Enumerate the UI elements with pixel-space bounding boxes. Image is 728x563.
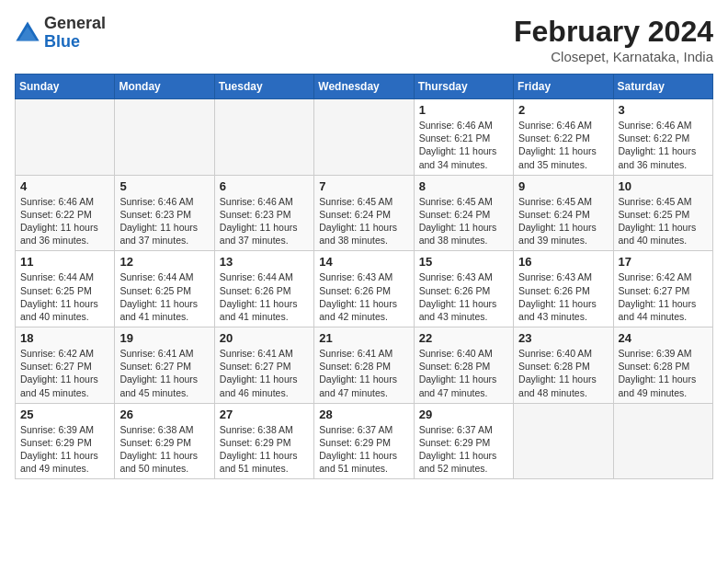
day-number: 12 [119,255,209,269]
day-info: Sunrise: 6:46 AM Sunset: 6:21 PM Dayligh… [419,119,508,171]
day-info: Sunrise: 6:39 AM Sunset: 6:29 PM Dayligh… [20,423,109,476]
day-number: 2 [518,103,608,117]
calendar-cell: 10Sunrise: 6:45 AM Sunset: 6:25 PM Dayli… [613,175,712,251]
calendar-cell: 26Sunrise: 6:38 AM Sunset: 6:29 PM Dayli… [115,403,214,479]
day-number: 18 [20,331,109,345]
calendar-cell: 6Sunrise: 6:46 AM Sunset: 6:23 PM Daylig… [214,175,313,251]
header-day-monday: Monday [115,75,214,99]
day-info: Sunrise: 6:43 AM Sunset: 6:26 PM Dayligh… [319,270,408,323]
week-row-0: 1Sunrise: 6:46 AM Sunset: 6:21 PM Daylig… [16,99,713,176]
day-number: 15 [419,255,508,269]
day-info: Sunrise: 6:42 AM Sunset: 6:27 PM Dayligh… [20,347,109,399]
day-number: 1 [419,103,508,117]
day-number: 3 [619,103,708,117]
day-number: 5 [119,179,209,193]
day-info: Sunrise: 6:39 AM Sunset: 6:28 PM Dayligh… [619,347,708,399]
calendar-cell: 13Sunrise: 6:44 AM Sunset: 6:26 PM Dayli… [214,251,313,327]
calendar-cell: 15Sunrise: 6:43 AM Sunset: 6:26 PM Dayli… [414,251,513,327]
calendar-header: SundayMondayTuesdayWednesdayThursdayFrid… [16,75,713,99]
day-number: 4 [20,179,109,193]
header-day-thursday: Thursday [414,75,513,99]
calendar-cell: 14Sunrise: 6:43 AM Sunset: 6:26 PM Dayli… [314,251,414,327]
week-row-3: 18Sunrise: 6:42 AM Sunset: 6:27 PM Dayli… [16,327,713,404]
calendar-cell: 18Sunrise: 6:42 AM Sunset: 6:27 PM Dayli… [16,327,115,404]
calendar-cell: 3Sunrise: 6:46 AM Sunset: 6:22 PM Daylig… [613,99,712,176]
calendar-cell: 8Sunrise: 6:45 AM Sunset: 6:24 PM Daylig… [414,175,513,251]
calendar-cell: 23Sunrise: 6:40 AM Sunset: 6:28 PM Dayli… [514,327,613,404]
day-info: Sunrise: 6:46 AM Sunset: 6:22 PM Dayligh… [20,195,109,247]
calendar-cell [314,99,414,176]
day-info: Sunrise: 6:43 AM Sunset: 6:26 PM Dayligh… [518,270,608,323]
day-number: 21 [319,331,408,345]
day-number: 6 [220,179,309,193]
day-info: Sunrise: 6:41 AM Sunset: 6:27 PM Dayligh… [220,347,309,399]
day-number: 10 [619,179,708,193]
calendar-table: SundayMondayTuesdayWednesdayThursdayFrid… [15,74,713,479]
day-number: 27 [220,408,309,421]
logo: General Blue [15,15,106,52]
week-row-2: 11Sunrise: 6:44 AM Sunset: 6:25 PM Dayli… [16,251,713,327]
logo-blue: Blue [44,32,80,51]
day-number: 8 [419,179,508,193]
calendar-title: February 2024 [514,15,713,49]
day-info: Sunrise: 6:46 AM Sunset: 6:23 PM Dayligh… [220,195,309,247]
calendar-cell: 7Sunrise: 6:45 AM Sunset: 6:24 PM Daylig… [314,175,414,251]
calendar-cell: 29Sunrise: 6:37 AM Sunset: 6:29 PM Dayli… [414,403,513,479]
title-area: February 2024 Closepet, Karnataka, India [514,15,713,64]
day-info: Sunrise: 6:41 AM Sunset: 6:27 PM Dayligh… [119,347,209,399]
calendar-cell [514,403,613,479]
calendar-cell [16,99,115,176]
day-number: 26 [119,408,209,421]
day-info: Sunrise: 6:41 AM Sunset: 6:28 PM Dayligh… [319,347,408,399]
day-info: Sunrise: 6:44 AM Sunset: 6:25 PM Dayligh… [20,270,109,323]
day-number: 24 [619,331,708,345]
day-info: Sunrise: 6:44 AM Sunset: 6:25 PM Dayligh… [119,270,209,323]
day-number: 22 [419,331,508,345]
header-day-friday: Friday [514,75,613,99]
calendar-cell: 19Sunrise: 6:41 AM Sunset: 6:27 PM Dayli… [115,327,214,404]
day-info: Sunrise: 6:45 AM Sunset: 6:24 PM Dayligh… [419,195,508,247]
day-number: 14 [319,255,408,269]
day-info: Sunrise: 6:46 AM Sunset: 6:23 PM Dayligh… [119,195,209,247]
day-number: 17 [619,255,708,269]
day-number: 11 [20,255,109,269]
calendar-cell: 11Sunrise: 6:44 AM Sunset: 6:25 PM Dayli… [16,251,115,327]
day-number: 16 [518,255,608,269]
week-row-1: 4Sunrise: 6:46 AM Sunset: 6:22 PM Daylig… [16,175,713,251]
calendar-cell: 25Sunrise: 6:39 AM Sunset: 6:29 PM Dayli… [16,403,115,479]
day-info: Sunrise: 6:38 AM Sunset: 6:29 PM Dayligh… [220,423,309,476]
day-info: Sunrise: 6:46 AM Sunset: 6:22 PM Dayligh… [518,119,608,171]
header-day-sunday: Sunday [16,75,115,99]
day-number: 23 [518,331,608,345]
calendar-cell: 2Sunrise: 6:46 AM Sunset: 6:22 PM Daylig… [514,99,613,176]
logo-general: General [44,14,106,32]
calendar-body: 1Sunrise: 6:46 AM Sunset: 6:21 PM Daylig… [16,99,713,479]
day-info: Sunrise: 6:38 AM Sunset: 6:29 PM Dayligh… [119,423,209,476]
day-number: 25 [20,408,109,421]
logo-icon [15,20,40,46]
day-number: 20 [220,331,309,345]
calendar-cell [115,99,214,176]
calendar-cell: 9Sunrise: 6:45 AM Sunset: 6:24 PM Daylig… [514,175,613,251]
day-info: Sunrise: 6:45 AM Sunset: 6:25 PM Dayligh… [619,195,708,247]
header: General Blue February 2024 Closepet, Kar… [15,15,713,64]
calendar-cell: 28Sunrise: 6:37 AM Sunset: 6:29 PM Dayli… [314,403,414,479]
calendar-cell: 21Sunrise: 6:41 AM Sunset: 6:28 PM Dayli… [314,327,414,404]
header-day-saturday: Saturday [613,75,712,99]
day-info: Sunrise: 6:40 AM Sunset: 6:28 PM Dayligh… [518,347,608,399]
calendar-cell: 12Sunrise: 6:44 AM Sunset: 6:25 PM Dayli… [115,251,214,327]
calendar-cell: 17Sunrise: 6:42 AM Sunset: 6:27 PM Dayli… [613,251,712,327]
day-info: Sunrise: 6:37 AM Sunset: 6:29 PM Dayligh… [419,423,508,476]
day-number: 29 [419,408,508,421]
calendar-cell: 24Sunrise: 6:39 AM Sunset: 6:28 PM Dayli… [613,327,712,404]
day-number: 28 [319,408,408,421]
header-day-tuesday: Tuesday [214,75,313,99]
header-day-wednesday: Wednesday [314,75,414,99]
day-info: Sunrise: 6:45 AM Sunset: 6:24 PM Dayligh… [319,195,408,247]
day-number: 19 [119,331,209,345]
day-number: 13 [220,255,309,269]
calendar-cell: 20Sunrise: 6:41 AM Sunset: 6:27 PM Dayli… [214,327,313,404]
day-info: Sunrise: 6:45 AM Sunset: 6:24 PM Dayligh… [518,195,608,247]
day-info: Sunrise: 6:43 AM Sunset: 6:26 PM Dayligh… [419,270,508,323]
calendar-subtitle: Closepet, Karnataka, India [514,49,713,64]
